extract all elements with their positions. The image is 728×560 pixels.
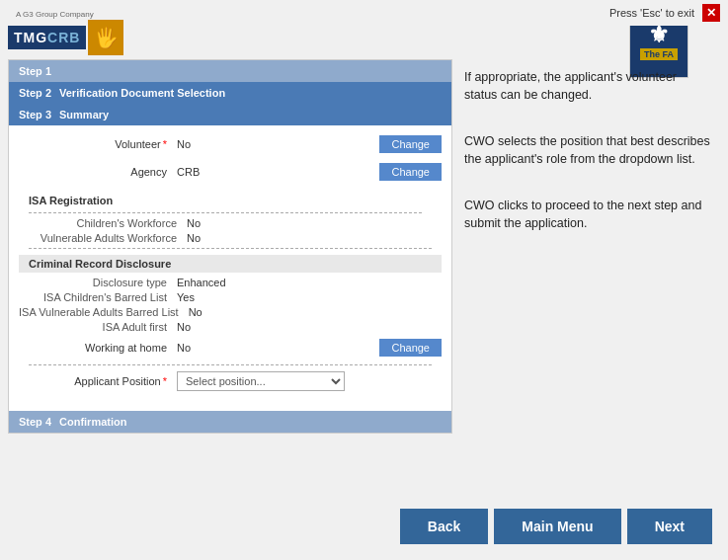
applicant-position-label: Applicant Position [19,375,177,387]
crd-section: Disclosure type Enhanced ISA Children's … [19,277,442,333]
childrens-workforce-label: Children's Workforce [29,217,187,229]
step3-label: Summary [59,109,109,120]
isa-section-header: ISA Registration [29,191,432,208]
isa-children-barred-label: ISA Children's Barred List [19,291,177,303]
step2-bar: Step 2 Verification Document Selection [9,82,451,104]
isa-adult-first-row: ISA Adult first No [19,321,442,333]
isa-section: Children's Workforce No Vulnerable Adult… [19,217,442,244]
vulnerable-adults-row: Vulnerable Adults Workforce No [29,232,432,244]
isa-vulnerable-barred-value: No [189,306,202,318]
back-button[interactable]: Back [400,509,488,544]
instruction-block-3: CWO clicks to proceed to the next step a… [464,198,711,232]
hand-icon: 🖐 [88,20,123,55]
divider1 [29,212,422,213]
working-at-home-row: Working at home No Change [19,337,442,359]
step2-num: Step 2 [19,87,51,99]
vulnerable-adults-value: No [187,232,201,244]
working-at-home-label: Working at home [19,342,177,354]
top-bar: Press 'Esc' to exit ✕ [602,0,728,26]
working-at-home-value: No [177,342,371,354]
isa-children-barred-value: Yes [177,291,195,303]
step4-bar: Step 4 Confirmation [9,411,451,433]
divider3 [29,364,432,365]
agency-value: CRB [177,166,371,178]
tmg-logo: TMGCRB [8,26,86,49]
volunteer-row: Volunteer No Change [19,133,442,155]
isa-vulnerable-barred-label: ISA Vulnerable Adults Barred List [19,306,189,318]
step4-num: Step 4 [19,416,51,428]
step1-bar: Step 1 [9,60,451,82]
disclosure-type-label: Disclosure type [19,277,177,288]
childrens-workforce-row: Children's Workforce No [29,217,432,229]
press-esc-label: Press 'Esc' to exit [609,7,694,19]
isa-adult-first-label: ISA Adult first [19,321,177,333]
agency-row: Agency CRB Change [19,161,442,183]
working-at-home-change-button[interactable]: Change [379,339,442,357]
main-content-panel: Step 1 Step 2 Verification Document Sele… [8,59,452,434]
isa-vulnerable-barred-row: ISA Vulnerable Adults Barred List No [19,306,442,318]
crest-image: ⚜ [648,23,670,46]
applicant-position-select[interactable]: Select position... [177,371,345,391]
exit-button[interactable]: ✕ [702,4,720,22]
instruction-text-1: If appropriate, the applicant's voluntee… [464,69,711,104]
crd-header: Criminal Record Disclosure [19,255,442,273]
instruction-block-2: CWO selects the position that best descr… [464,133,711,168]
instruction-block-1: If appropriate, the applicant's voluntee… [464,69,711,104]
isa-children-barred-row: ISA Children's Barred List Yes [19,291,442,303]
agency-change-button[interactable]: Change [379,163,442,181]
volunteer-change-button[interactable]: Change [379,135,442,153]
disclosure-type-row: Disclosure type Enhanced [19,277,442,288]
next-button[interactable]: Next [627,509,712,544]
step1-num: Step 1 [19,65,51,77]
childrens-workforce-value: No [187,217,201,229]
step4-label: Confirmation [59,416,126,428]
instructions-panel: If appropriate, the applicant's voluntee… [464,69,711,262]
a63-label: A G3 Group Company [16,10,94,19]
vulnerable-adults-label: Vulnerable Adults Workforce [29,232,187,244]
form-area: Volunteer No Change Agency CRB Change IS… [9,125,451,407]
fa-label: The FA [640,48,678,60]
agency-label: Agency [19,166,177,178]
divider2 [29,248,432,249]
isa-adult-first-value: No [177,321,191,333]
instruction-text-2: CWO selects the position that best descr… [464,133,711,168]
volunteer-value: No [177,138,371,150]
step3-bar: Step 3 Summary [9,104,451,125]
step3-num: Step 3 [19,109,51,120]
logo-area: A G3 Group Company TMGCRB 🖐 [8,8,123,55]
step2-label: Verification Document Selection [59,87,225,99]
main-menu-button[interactable]: Main Menu [494,509,620,544]
bottom-nav: Back Main Menu Next [400,509,712,544]
instruction-text-3: CWO clicks to proceed to the next step a… [464,198,711,232]
disclosure-type-value: Enhanced [177,277,226,288]
applicant-position-row: Applicant Position Select position... [19,369,442,393]
volunteer-label: Volunteer [19,138,177,150]
